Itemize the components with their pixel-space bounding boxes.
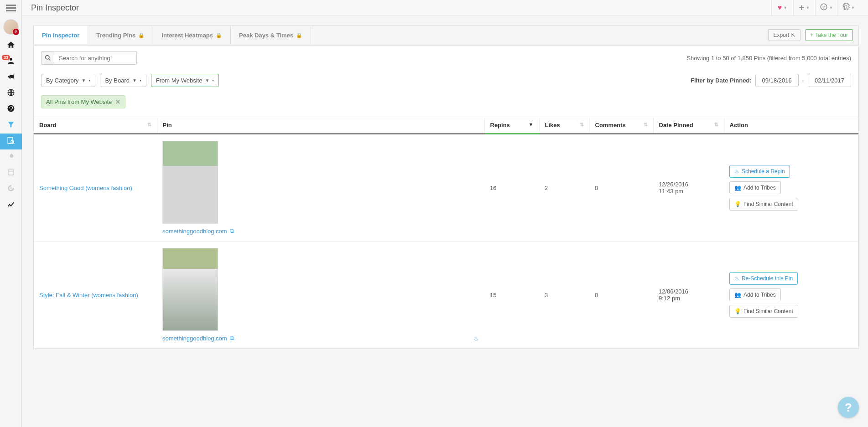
page-title: Pin Inspector: [31, 3, 79, 13]
tour-label: Take the Tour: [815, 32, 848, 38]
sidebar-item-pinterest[interactable]: [0, 102, 22, 118]
pin-thumbnail[interactable]: [162, 141, 218, 224]
reschedule-pin-button[interactable]: ♨ Re-Schedule this Pin: [729, 272, 798, 285]
menu-toggle-button[interactable]: [0, 0, 22, 16]
notification-badge: 33: [2, 55, 10, 60]
sort-icon: ⇅: [644, 122, 648, 128]
user-avatar[interactable]: P: [0, 16, 22, 38]
users-icon: 👥: [734, 185, 741, 191]
find-similar-button[interactable]: 💡 Find Similar Content: [729, 198, 798, 211]
time-value: 9:12 pm: [659, 295, 718, 302]
caret-icon: ▾: [212, 78, 214, 82]
filter-by-website[interactable]: From My Website ▼ ▾: [151, 74, 219, 87]
tab-pin-inspector[interactable]: Pin Inspector: [34, 26, 88, 44]
lightbulb-icon: 💡: [734, 201, 741, 207]
table-row: Style: Fall & Winter (womens fashion) so…: [34, 242, 858, 349]
external-link-icon: ⧉: [230, 334, 234, 342]
svg-point-1: [8, 105, 15, 112]
sidebar-item-calendar[interactable]: [0, 165, 22, 181]
filter-label: By Board: [105, 77, 129, 84]
board-link[interactable]: Something Good (womens fashion): [39, 185, 132, 191]
active-filters: All Pins from My Website ✕: [34, 91, 858, 117]
col-board[interactable]: Board ⇅: [34, 117, 157, 134]
sidebar-item-trending[interactable]: [0, 149, 22, 165]
sidebar-item-funnel[interactable]: [0, 118, 22, 134]
megaphone-icon: [7, 72, 15, 83]
pin-source-link[interactable]: somethinggoodblog.com: [162, 228, 227, 235]
col-repins[interactable]: Repins ▼: [484, 117, 539, 134]
sidebar-item-home[interactable]: [0, 38, 22, 54]
comments-value: 0: [589, 242, 653, 349]
plus-icon: +: [799, 3, 805, 13]
search-row: Showing 1 to 50 of 1,850 Pins (filtered …: [34, 45, 858, 70]
flame-icon: ♨: [734, 168, 739, 175]
svg-rect-4: [8, 170, 14, 175]
filter-by-category[interactable]: By Category ▼ ▾: [41, 74, 95, 87]
content-panel: Showing 1 to 50 of 1,850 Pins (filtered …: [33, 45, 859, 349]
caret-icon: ▾: [140, 78, 141, 82]
tabs-bar: Pin Inspector Trending Pins 🔒 Interest H…: [33, 25, 859, 45]
date-to-input[interactable]: [808, 74, 851, 87]
date-from-input[interactable]: [755, 74, 799, 87]
header-actions: ♥▼ +▼ ? ▼ ▼: [771, 0, 859, 16]
lock-icon: 🔒: [216, 32, 222, 38]
sidebar-item-publish[interactable]: [0, 70, 22, 86]
repins-value: 16: [484, 134, 539, 242]
help-button[interactable]: ? ▼: [815, 0, 837, 16]
sidebar-item-pin-inspector[interactable]: [0, 134, 22, 149]
filter-row: By Category ▼ ▾ By Board ▼ ▾ From My Web…: [34, 70, 858, 91]
search-input[interactable]: [54, 52, 136, 64]
left-sidebar: P 33: [0, 0, 22, 363]
filter-icon: ▼: [205, 78, 209, 83]
sort-icon: ⇅: [714, 122, 718, 128]
remove-filter-button[interactable]: ✕: [115, 98, 120, 105]
pin-source-link[interactable]: somethinggoodblog.com: [162, 335, 227, 342]
filter-tag-label: All Pins from My Website: [46, 98, 112, 105]
tab-trending-pins[interactable]: Trending Pins 🔒: [88, 26, 153, 44]
external-link-icon: ⇱: [791, 32, 795, 38]
col-pin[interactable]: Pin: [157, 117, 484, 134]
sort-icon: ⇅: [147, 122, 151, 128]
tab-label: Pin Inspector: [42, 32, 79, 39]
col-likes[interactable]: Likes ⇅: [539, 117, 589, 134]
external-link-icon: ⧉: [230, 227, 234, 235]
find-similar-button[interactable]: 💡 Find Similar Content: [729, 305, 798, 318]
pin-thumbnail[interactable]: [162, 248, 218, 331]
tab-interest-heatmaps[interactable]: Interest Heatmaps 🔒: [153, 26, 231, 44]
pinterest-icon: [7, 104, 15, 115]
sort-desc-icon: ▼: [529, 122, 534, 127]
date-filter: Filter by Date Pinned: -: [691, 74, 851, 87]
table-row: Something Good (womens fashion) somethin…: [34, 134, 858, 242]
sidebar-item-globe[interactable]: [0, 86, 22, 102]
col-date[interactable]: Date Pinned ⇅: [653, 117, 724, 134]
globe-icon: [7, 88, 15, 99]
favorites-button[interactable]: ♥▼: [771, 0, 793, 16]
sidebar-item-analytics[interactable]: [0, 197, 22, 213]
sidebar-item-community[interactable]: 33: [0, 54, 22, 70]
gear-icon: [842, 3, 850, 13]
top-header: Pin Inspector ♥▼ +▼ ? ▼ ▼: [22, 0, 868, 16]
settings-button[interactable]: ▼: [837, 0, 859, 16]
lock-icon: 🔒: [296, 32, 302, 38]
search-box: [41, 51, 137, 65]
svg-point-7: [45, 56, 49, 59]
filter-label: By Category: [46, 77, 79, 84]
pins-table: Board ⇅ Pin Repins ▼ Likes ⇅: [34, 117, 858, 349]
add-to-tribes-button[interactable]: 👥 Add to Tribes: [729, 288, 781, 301]
sidebar-item-history[interactable]: [0, 181, 22, 197]
plus-icon: +: [810, 32, 813, 38]
export-button[interactable]: Export ⇱: [768, 29, 800, 41]
board-link[interactable]: Style: Fall & Winter (womens fashion): [39, 292, 138, 298]
add-button[interactable]: +▼: [793, 0, 815, 16]
col-comments[interactable]: Comments ⇅: [589, 117, 653, 134]
tab-peak-days[interactable]: Peak Days & Times 🔒: [231, 26, 311, 44]
lightbulb-icon: 💡: [734, 308, 741, 314]
add-to-tribes-button[interactable]: 👥 Add to Tribes: [729, 181, 781, 194]
schedule-repin-button[interactable]: ♨ Schedule a Repin: [729, 165, 790, 178]
home-icon: [7, 41, 15, 51]
heart-icon: ♥: [778, 4, 782, 12]
take-tour-button[interactable]: + Take the Tour: [805, 29, 853, 41]
filter-by-board[interactable]: By Board ▼ ▾: [100, 74, 146, 87]
main-content: Pin Inspector Trending Pins 🔒 Interest H…: [22, 16, 868, 363]
filter-tag: All Pins from My Website ✕: [41, 95, 125, 108]
